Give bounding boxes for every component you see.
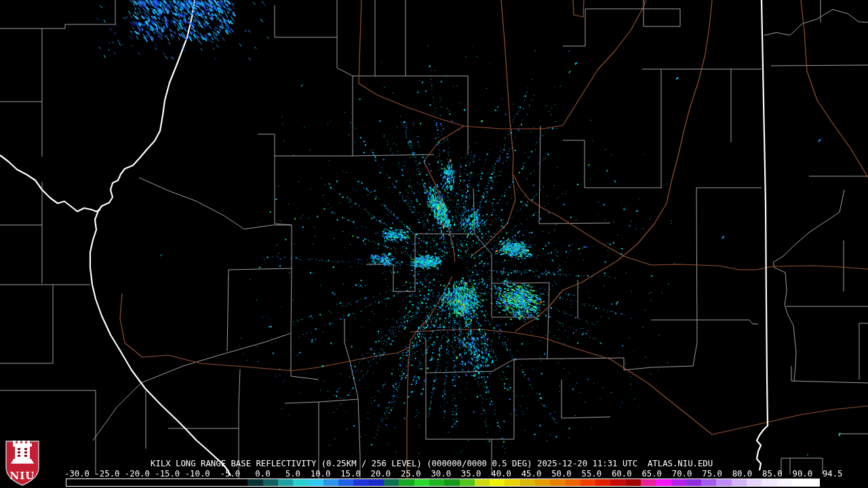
niu-logo: NIU [4,439,41,487]
colorbar-segment [626,479,641,486]
colorbar-segment [353,479,368,486]
colorbar-segment [309,479,323,486]
colorbar-segment [595,479,610,486]
niu-logo-text: NIU [10,470,35,482]
colorbar-segment [610,479,625,486]
colorbar-segment [429,479,444,486]
colorbar-segment [641,479,656,486]
colorbar-segment [520,479,535,486]
radar-display: KILX LONG RANGE BASE REFLECTIVITY (0.25K… [0,0,868,488]
colorbar-segment [747,479,762,486]
colorbar-segment [701,479,716,486]
colorbar-segment [323,479,338,486]
colorbar-segment [293,479,308,486]
colorbar-segment [414,479,429,486]
radar-caption: KILX LONG RANGE BASE REFLECTIVITY (0.25K… [151,459,713,468]
colorbar-segment [566,479,580,486]
colorbar-segment [384,479,399,486]
colorbar-segment [550,479,565,486]
radar-map-canvas [0,0,868,488]
colorbar-segment [338,479,353,486]
colorbar-segment [490,479,505,486]
colorbar-segment [792,479,819,486]
colorbar-segment [278,479,293,486]
colorbar-segment [263,479,278,486]
colorbar-tick-labels: -30.0 -25.0 -20.0 -15.0 -10.0 -5.0 0.0 5… [64,470,843,479]
colorbar-segment [762,479,776,486]
colorbar-segment [460,479,475,486]
reflectivity-colorbar [66,479,820,487]
colorbar-segment [777,479,792,486]
colorbar-segment [732,479,747,486]
colorbar-segment [686,479,701,486]
colorbar-segment [399,479,414,486]
colorbar-segment [505,479,519,486]
colorbar-segment [444,479,459,486]
colorbar-segment [369,479,384,486]
colorbar-segment [656,479,671,486]
colorbar-segment [248,479,262,486]
colorbar-segment [535,479,550,486]
colorbar-segment [66,479,248,486]
colorbar-segment [475,479,490,486]
colorbar-segment [671,479,686,486]
colorbar-segment [716,479,731,486]
colorbar-segment [580,479,595,486]
